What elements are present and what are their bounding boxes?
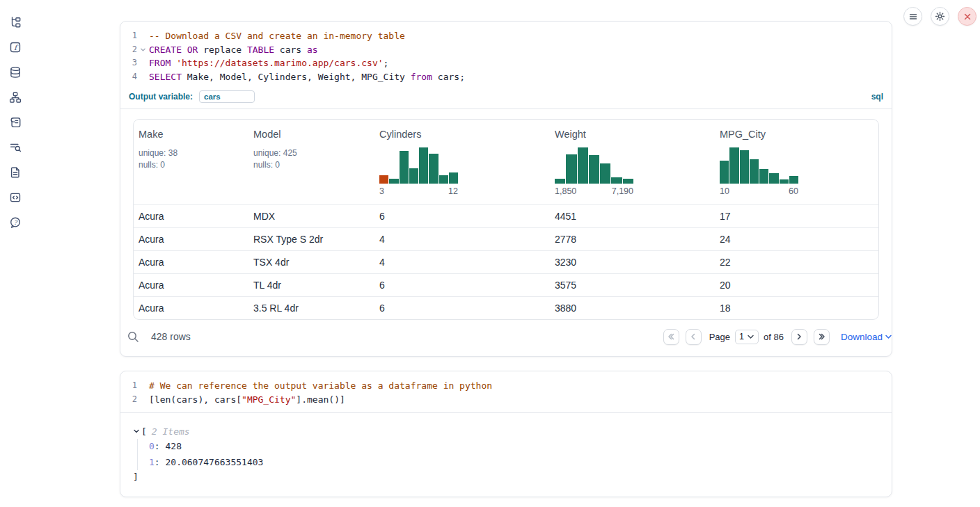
column-stat: unique: 425 xyxy=(253,147,369,159)
histogram-mpg_city[interactable]: 1060 xyxy=(720,147,798,196)
table-row[interactable]: AcuraMDX6445117 xyxy=(134,204,878,227)
help-icon[interactable]: ? xyxy=(9,216,22,229)
histogram-bar[interactable] xyxy=(759,169,768,184)
page-total: of 86 xyxy=(764,332,784,342)
column-name: Make xyxy=(139,129,243,140)
database-icon[interactable] xyxy=(9,66,22,79)
table-row[interactable]: AcuraTSX 4dr4323022 xyxy=(134,250,878,273)
table-cell: 24 xyxy=(715,234,878,245)
tree-item[interactable]: 0: 428 xyxy=(149,439,879,455)
settings-button[interactable] xyxy=(931,7,949,26)
page-select[interactable]: 1 xyxy=(735,330,759,344)
data-table: Makeunique: 38nulls: 0Modelunique: 425nu… xyxy=(133,119,879,320)
item-value: 428 xyxy=(165,441,181,451)
column-header-make[interactable]: Makeunique: 38nulls: 0 xyxy=(134,129,248,200)
histogram-bar[interactable] xyxy=(400,151,409,184)
next-page-button[interactable] xyxy=(791,329,807,345)
output-variable-input[interactable] xyxy=(199,90,255,103)
histogram-bar[interactable] xyxy=(780,179,789,184)
collapse-chevron-icon[interactable] xyxy=(133,428,140,435)
histogram-bar[interactable] xyxy=(750,159,759,184)
column-stat: nulls: 0 xyxy=(253,159,369,171)
histogram-bars xyxy=(555,147,633,184)
open-bracket: [ xyxy=(141,426,147,437)
table-cell: 3880 xyxy=(550,303,715,314)
axis-label: 12 xyxy=(448,186,458,196)
histogram-bar[interactable] xyxy=(379,175,388,184)
python-output-area: [ 2 Items 0: 4281: 20.060747663551403 ] xyxy=(120,413,892,497)
histogram-bar[interactable] xyxy=(429,154,438,184)
column-header-mpg_city[interactable]: MPG_City1060 xyxy=(715,129,878,200)
table-cell: Acura xyxy=(134,280,248,291)
first-page-button[interactable] xyxy=(663,329,679,345)
line-number: 4 xyxy=(120,70,137,84)
documentation-icon[interactable] xyxy=(9,166,22,179)
table-cell: 18 xyxy=(715,303,878,314)
table-row[interactable]: AcuraTL 4dr6357520 xyxy=(134,273,878,296)
prev-page-button[interactable] xyxy=(686,329,702,345)
histogram-bar[interactable] xyxy=(600,163,610,184)
histogram-bar[interactable] xyxy=(740,150,749,184)
page-label: Page xyxy=(709,332,730,342)
python-code-editor[interactable]: 1# We can reference the output variable … xyxy=(120,371,892,413)
histogram-bar[interactable] xyxy=(729,147,738,184)
snippets-icon[interactable] xyxy=(9,191,22,204)
histogram-bar[interactable] xyxy=(623,179,633,184)
svg-text:f: f xyxy=(14,44,19,51)
histogram-bar[interactable] xyxy=(566,154,576,184)
dependency-graph-icon[interactable] xyxy=(9,91,22,104)
download-label: Download xyxy=(841,332,883,342)
code-line[interactable]: 1# We can reference the output variable … xyxy=(120,379,883,393)
table-cell: TSX 4dr xyxy=(248,257,374,268)
histogram-bar[interactable] xyxy=(419,147,428,184)
column-header-weight[interactable]: Weight1,8507,190 xyxy=(550,129,715,200)
tree-item[interactable]: 1: 20.060747663551403 xyxy=(149,455,879,471)
chevron-down-icon xyxy=(748,335,754,339)
histogram-bar[interactable] xyxy=(555,179,565,184)
tree-items: 0: 4281: 20.060747663551403 xyxy=(137,439,879,470)
sql-code-editor[interactable]: 1-- Download a CSV and create an in-memo… xyxy=(120,22,892,90)
column-header-model[interactable]: Modelunique: 425nulls: 0 xyxy=(248,129,374,200)
code-line[interactable]: 3FROM 'https://datasets.marimo.app/cars.… xyxy=(120,56,883,70)
histogram-bar[interactable] xyxy=(720,161,729,184)
histogram-cylinders[interactable]: 312 xyxy=(379,147,458,196)
code-line[interactable]: 4SELECT Make, Model, Cylinders, Weight, … xyxy=(120,70,883,84)
histogram-bar[interactable] xyxy=(449,172,458,184)
table-cell: 4451 xyxy=(550,211,715,222)
menu-button[interactable] xyxy=(903,7,922,26)
functions-icon[interactable]: f xyxy=(9,41,22,54)
scratchpad-icon[interactable] xyxy=(9,116,22,129)
download-button[interactable]: Download xyxy=(841,332,892,342)
histogram-bar[interactable] xyxy=(389,179,398,184)
table-cell: Acura xyxy=(134,211,248,222)
logs-search-icon[interactable] xyxy=(9,141,22,154)
histogram-bar[interactable] xyxy=(589,155,599,184)
search-icon[interactable] xyxy=(127,330,139,343)
histogram-bar[interactable] xyxy=(409,168,418,184)
file-tree-icon[interactable] xyxy=(9,16,22,29)
fold-chevron-icon[interactable] xyxy=(137,43,149,57)
column-header-cylinders[interactable]: Cylinders312 xyxy=(374,129,550,200)
histogram-weight[interactable]: 1,8507,190 xyxy=(555,147,633,196)
histogram-bar[interactable] xyxy=(578,147,588,184)
table-row[interactable]: AcuraRSX Type S 2dr4277824 xyxy=(134,227,878,250)
code-line[interactable]: 1-- Download a CSV and create an in-memo… xyxy=(120,29,883,43)
table-cell: 6 xyxy=(374,303,550,314)
fold-spacer xyxy=(137,379,149,393)
last-page-button[interactable] xyxy=(814,329,830,345)
table-footer: 428 rows Page 1 of 86 xyxy=(120,320,892,356)
code-line[interactable]: 2[len(cars), cars["MPG_City"].mean()] xyxy=(120,393,883,407)
shutdown-button[interactable] xyxy=(958,7,977,26)
cell-sql: 1-- Download a CSV and create an in-memo… xyxy=(120,21,892,357)
histogram-bar[interactable] xyxy=(769,173,778,184)
line-number: 3 xyxy=(120,56,137,70)
histogram-bar[interactable] xyxy=(789,176,798,184)
table-cell: MDX xyxy=(248,211,374,222)
tree-header[interactable]: [ 2 Items xyxy=(133,424,879,439)
sidebar: f ? xyxy=(0,0,31,507)
histogram-bar[interactable] xyxy=(611,177,622,184)
table-cell: 3575 xyxy=(550,280,715,291)
histogram-bar[interactable] xyxy=(439,175,448,184)
code-line[interactable]: 2CREATE OR replace TABLE cars as xyxy=(120,43,883,57)
table-row[interactable]: Acura3.5 RL 4dr6388018 xyxy=(134,296,878,319)
